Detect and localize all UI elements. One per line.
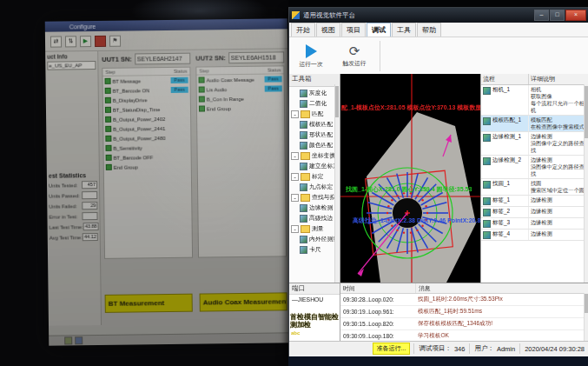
step-icon bbox=[105, 126, 111, 132]
time-column: 时间 bbox=[340, 283, 416, 293]
log-scrollbar[interactable] bbox=[584, 293, 588, 341]
tab-start[interactable]: 开始 bbox=[291, 23, 315, 37]
toolbox-item-diameter[interactable]: 内外径测量 bbox=[289, 234, 340, 244]
step-icon bbox=[106, 164, 112, 170]
tool-icon bbox=[483, 134, 491, 142]
left-sidebar: uct Info e_US_EU_AP est Statistics Units… bbox=[45, 51, 102, 326]
photo-watermark: 首检模自智能检测加检 bbox=[290, 313, 339, 329]
process-scrollbar[interactable] bbox=[584, 84, 588, 283]
toolbox-item-caliper[interactable]: 卡尺 bbox=[289, 244, 340, 255]
configure-menu[interactable]: Configure bbox=[69, 23, 96, 30]
bt-measurement-bar: BT Measurement bbox=[105, 294, 193, 313]
process-row-label-2[interactable]: 标签_2 边缘检测 bbox=[481, 207, 588, 218]
detail-column: 详细说明 bbox=[529, 74, 588, 84]
toolbar-icon[interactable]: ⇄ bbox=[50, 36, 62, 47]
folder-icon bbox=[301, 194, 310, 202]
left-screen: Configure ⇄ ⇅ ▶ ⚑ uct Info e_US_EU_AP es… bbox=[45, 18, 288, 345]
play-icon bbox=[306, 44, 317, 58]
stat-value bbox=[82, 191, 97, 199]
image-viewport[interactable]: 配_1-模板点位X:281.05 模板点位Y:370.13 模板数显 找圆_1-… bbox=[340, 74, 480, 283]
toolbox-item-template-match[interactable]: 模板匹配 bbox=[289, 119, 340, 130]
tool-icon bbox=[483, 117, 491, 125]
log-panel: 时间 消息 09:30:28..Loop.020: 找圆_1耗时:2.60ms尺… bbox=[340, 283, 588, 341]
uut2-header: UUT2 SN: SEYLE6AH1518 bbox=[195, 51, 284, 63]
process-row-edge-detect-2[interactable]: 边缘检测_2 边缘检测 沿图像中定义的路径查找 bbox=[481, 156, 588, 179]
collapse-icon[interactable] bbox=[291, 225, 299, 233]
uut1-serial-field[interactable]: SEYLE6AH2147 bbox=[135, 53, 191, 65]
product-info-label: uct Info bbox=[47, 53, 96, 60]
step-row[interactable]: End Group bbox=[104, 162, 191, 172]
collapse-icon[interactable] bbox=[291, 110, 299, 118]
toolbox-item-binarize[interactable]: 二值化 bbox=[289, 98, 340, 109]
toolbox-folder-find-fit[interactable]: 查找与拟合 bbox=[289, 192, 340, 203]
maximize-button[interactable]: □ bbox=[550, 10, 565, 21]
tool-icon bbox=[483, 209, 491, 216]
port-item-jieshou[interactable]: —JIESHOU bbox=[289, 295, 340, 304]
toolbox-item-advanced-edge[interactable]: 高级找边 bbox=[289, 213, 340, 223]
step-icon bbox=[105, 88, 111, 94]
tab-project[interactable]: 项目 bbox=[341, 23, 366, 37]
taskbar-icon[interactable] bbox=[75, 336, 83, 344]
titlebar[interactable]: 通用视觉软件平台 – □ × bbox=[289, 8, 588, 23]
product-selector[interactable]: e_US_EU_AP bbox=[47, 61, 96, 70]
collapse-icon[interactable] bbox=[291, 173, 299, 181]
toolbox-tree: 灰度化 二值化 匹配 模板匹配 形状匹配 颜色匹配 坐标变换 建立坐标系 标定 … bbox=[289, 87, 340, 255]
process-row-camera-1[interactable]: 相机_1 相机 获取图像 每个流程只允许一个相机 bbox=[481, 85, 588, 116]
run-icon[interactable]: ▶ bbox=[80, 36, 91, 47]
tab-view[interactable]: 视图 bbox=[316, 23, 340, 37]
process-row-label-1[interactable]: 标签_1 边缘检测 bbox=[481, 196, 588, 207]
toolbox-scrollbar[interactable] bbox=[334, 84, 340, 283]
stat-value bbox=[82, 212, 97, 220]
minimize-button[interactable]: – bbox=[534, 10, 549, 21]
toolbox-item-nine-point[interactable]: 九点标定 bbox=[289, 182, 340, 192]
toolbox-item-shape-match[interactable]: 形状匹配 bbox=[289, 130, 340, 140]
process-row-template-match-1[interactable]: 模板匹配_1 模板匹配 在检查图像中搜索模式 bbox=[481, 116, 588, 132]
stat-row: Units Tested: 457 bbox=[49, 181, 97, 190]
status-column: Status bbox=[174, 69, 188, 74]
tab-help[interactable]: 帮助 bbox=[417, 23, 441, 37]
stop-icon[interactable] bbox=[95, 35, 106, 46]
toolbox-folder-measure[interactable]: 测量 bbox=[289, 223, 340, 234]
taskbar-icon[interactable] bbox=[64, 336, 72, 344]
toolbox-folder-coord-transform[interactable]: 坐标变换 bbox=[289, 150, 340, 161]
process-row-find-circle-1[interactable]: 找圆_1 找圆 搜索区域中定位一个圆 bbox=[481, 179, 588, 196]
trigger-run-button[interactable]: ⟳ 触发运行 bbox=[333, 37, 376, 75]
toolbox-item-edge-detect[interactable]: 边缘检测 bbox=[289, 203, 340, 213]
monitor-bezel bbox=[288, 356, 588, 366]
folder-icon bbox=[301, 152, 310, 160]
toolbox-title: 工具箱 bbox=[289, 74, 340, 87]
close-button[interactable]: × bbox=[565, 10, 586, 21]
uut2-serial-field[interactable]: SEYLE6AH1518 bbox=[228, 51, 285, 63]
tab-tools[interactable]: 工具 bbox=[392, 23, 416, 37]
stat-row: Last Test Time: 43.88 bbox=[50, 223, 98, 231]
collapse-icon[interactable] bbox=[291, 194, 299, 202]
step-icon bbox=[199, 86, 205, 92]
user-status: 用户： Admin bbox=[469, 343, 519, 354]
folder-icon bbox=[301, 110, 310, 118]
collapse-icon[interactable] bbox=[291, 152, 299, 160]
toolbox-item-color-match[interactable]: 颜色匹配 bbox=[289, 140, 340, 150]
flag-icon[interactable]: ⚑ bbox=[109, 35, 121, 46]
stat-row: Units Failed: 29 bbox=[49, 202, 97, 210]
toolbox-folder-calibration[interactable]: 标定 bbox=[289, 171, 340, 182]
toolbox-item-create-coord[interactable]: 建立坐标系 bbox=[289, 161, 340, 171]
status-badge: Pass bbox=[264, 76, 281, 82]
log-row: 09:30:28..Loop.020: 找圆_1耗时:2.60ms尺寸:35.5… bbox=[340, 294, 588, 306]
toolbox-folder-match[interactable]: 匹配 bbox=[289, 109, 340, 119]
run-once-button[interactable]: 运行一次 bbox=[289, 37, 333, 75]
toolbox-item-grayscale[interactable]: 灰度化 bbox=[289, 88, 340, 98]
tab-debug[interactable]: 调试 bbox=[367, 23, 391, 37]
process-row-label-4[interactable]: 标签_4 边缘检测 bbox=[481, 230, 588, 241]
step-row[interactable]: End Group bbox=[197, 103, 284, 113]
test-statistics-title: est Statistics bbox=[49, 172, 97, 179]
tool-icon bbox=[300, 121, 307, 129]
toolbox-panel: 工具箱 灰度化 二值化 匹配 模板匹配 形状匹配 颜色匹配 坐标变换 建立坐标系… bbox=[289, 74, 340, 283]
tool-icon bbox=[300, 90, 307, 97]
process-row-edge-detect-1[interactable]: 边缘检测_1 边缘检测 沿图像中定义的路径查找 bbox=[481, 132, 588, 156]
photo-watermark-sub: abc bbox=[291, 330, 300, 336]
status-bar: 准备运行... 调试项目： 346 用户： Admin 2020/04/24 0… bbox=[289, 341, 588, 356]
process-row-label-3[interactable]: 标签_3 边缘检测 bbox=[481, 218, 588, 230]
step-column: Step bbox=[199, 68, 208, 73]
toolbar-icon[interactable]: ⇅ bbox=[65, 36, 76, 47]
folder-icon bbox=[301, 173, 310, 181]
